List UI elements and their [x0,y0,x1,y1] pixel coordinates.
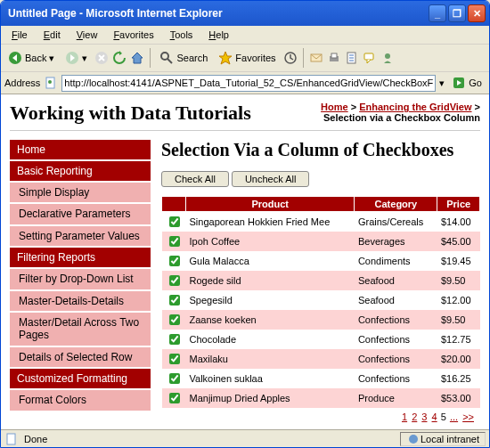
chevron-down-icon: ▾ [82,53,87,64]
home-icon[interactable] [130,51,144,65]
nav-item[interactable]: Setting Parameter Values [10,226,151,246]
table-row: Manjimup Dried ApplesProduce$53.00 [162,388,480,408]
cell-product: Spegesild [186,290,355,310]
row-checkbox[interactable] [169,295,180,305]
table-row: SpegesildSeafood$12.00 [162,290,480,310]
nav-header[interactable]: Filtering Reports [10,248,151,267]
toolbar: Back ▾ ▾ Search Favorites [1,44,489,72]
forward-button[interactable]: ▾ [61,49,91,67]
cell-category: Condiments [355,251,437,271]
menu-tools[interactable]: Tools [163,28,200,42]
table-row: MaxilakuConfections$20.00 [162,349,480,369]
breadcrumb-home[interactable]: Home [321,102,348,112]
status-zone-box: Local intranet [400,432,486,446]
nav-item[interactable]: Master-Details-Details [10,291,151,311]
nav-item[interactable]: Master/Detail Across Two Pages [10,313,151,346]
cell-product: Gula Malacca [186,251,355,271]
address-dropdown[interactable]: ▾ [439,77,445,89]
row-checkbox[interactable] [169,373,180,384]
cell-price: $45.00 [437,232,480,251]
nav-header[interactable]: Customized Formatting [10,369,151,388]
history-icon[interactable] [283,51,298,65]
pager-dots[interactable]: ... [450,411,458,422]
statusbar: Done Local intranet [1,429,489,447]
restore-button[interactable]: ❐ [448,4,466,22]
search-icon [159,51,174,65]
minimize-button[interactable]: _ [429,4,446,22]
table-row: Ipoh CoffeeBeverages$45.00 [162,232,480,251]
svg-point-10 [385,53,390,59]
go-icon [452,76,466,90]
nav-item[interactable]: Format Colors [10,390,151,410]
stop-icon[interactable] [94,51,109,65]
row-checkbox[interactable] [169,236,180,247]
cell-price: $19.45 [437,251,480,271]
svg-rect-7 [331,53,337,58]
print-icon[interactable] [327,51,341,65]
pager-1[interactable]: 1 [402,411,407,422]
nav-item[interactable]: Declarative Parameters [10,204,151,224]
edit-icon[interactable] [345,51,359,65]
ie-window: Untitled Page - Microsoft Internet Explo… [0,0,490,448]
cell-product: Valkoinen suklaa [186,369,355,388]
refresh-icon[interactable] [112,51,127,65]
mail-icon[interactable] [309,51,323,65]
back-button[interactable]: Back ▾ [4,49,58,67]
messenger-icon[interactable] [380,51,395,65]
search-button[interactable]: Search [156,49,211,67]
menu-view[interactable]: View [69,28,105,42]
menu-edit[interactable]: Edit [37,28,68,42]
row-checkbox[interactable] [169,314,180,325]
nav-item[interactable]: Filter by Drop-Down List [10,269,151,289]
menu-file[interactable]: File [4,28,35,42]
table-row: Singaporean Hokkien Fried MeeGrains/Cere… [162,212,480,232]
address-input[interactable] [61,75,436,92]
table-row: ChocoladeConfections$12.75 [162,330,480,349]
cell-product: Chocolade [186,330,355,349]
content-area: Home > Enhancing the GridView > Selectio… [1,94,489,429]
nav-item[interactable]: Simple Display [10,183,151,202]
check-all-button[interactable]: Check All [161,171,229,187]
go-label: Go [469,77,482,88]
cell-category: Seafood [355,290,437,310]
menu-favorites[interactable]: Favorites [106,28,160,42]
cell-category: Confections [355,330,437,349]
menu-help[interactable]: Help [201,28,236,42]
products-table: Product Category Price Singaporean Hokki… [161,196,480,408]
row-checkbox[interactable] [169,393,180,403]
status-zone: Local intranet [421,434,479,444]
window-title: Untitled Page - Microsoft Internet Explo… [4,7,427,20]
pager-4[interactable]: 4 [432,411,437,422]
discuss-icon[interactable] [363,51,377,65]
cell-category: Produce [355,388,437,408]
address-bar: Address ▾ Go [1,72,489,94]
svg-rect-9 [364,53,373,60]
svg-point-15 [409,435,418,444]
row-checkbox[interactable] [169,334,180,345]
favorites-label: Favorites [235,53,275,63]
favorites-button[interactable]: Favorites [215,49,279,67]
cell-price: $12.00 [437,290,480,310]
pager-2[interactable]: 2 [412,411,417,422]
search-label: Search [176,53,208,63]
back-label: Back [25,53,46,63]
row-checkbox[interactable] [169,275,180,286]
uncheck-all-button[interactable]: Uncheck All [232,171,309,187]
breadcrumb-enhancing[interactable]: Enhancing the GridView [359,102,471,112]
row-checkbox[interactable] [169,256,180,266]
go-button[interactable]: Go [448,74,486,92]
cell-category: Confections [355,310,437,330]
row-checkbox[interactable] [169,216,180,227]
cell-product: Ipoh Coffee [186,232,355,251]
row-checkbox[interactable] [169,354,180,364]
close-button[interactable]: ✕ [468,4,486,22]
nav-item[interactable]: Details of Selected Row [10,347,151,367]
cell-category: Grains/Cereals [355,212,437,232]
chevron-down-icon: ▾ [49,53,54,64]
pager-next[interactable]: >> [462,411,474,422]
pager-3[interactable]: 3 [421,411,427,422]
nav-header[interactable]: Basic Reporting [10,161,151,181]
forward-icon [65,51,79,65]
nav-header[interactable]: Home [10,140,151,159]
cell-price: $14.00 [437,212,480,232]
